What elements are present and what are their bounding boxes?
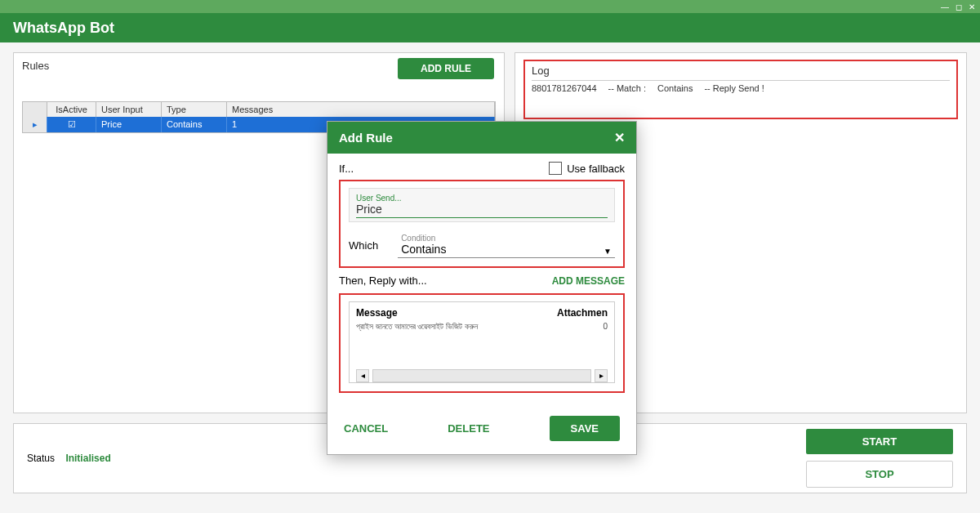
message-text: প্রাইস জানতে আমাদের ওয়েবসাইট ভিজিট করুন bbox=[356, 322, 478, 332]
log-number: 8801781267044 bbox=[532, 83, 597, 93]
add-message-button[interactable]: ADD MESSAGE bbox=[552, 275, 625, 287]
col-message: Message bbox=[356, 307, 398, 319]
save-button[interactable]: SAVE bbox=[550, 416, 620, 441]
app-header: WhatsApp Bot bbox=[0, 13, 980, 42]
use-fallback-checkbox[interactable]: Use fallback bbox=[549, 162, 625, 175]
fallback-label: Use fallback bbox=[567, 163, 625, 175]
then-highlight-box: Message Attachmen প্রাইস জানতে আমাদের ওয… bbox=[339, 293, 625, 393]
condition-select[interactable]: Condition Contains ▼ bbox=[398, 232, 615, 258]
log-cond: Contains bbox=[657, 83, 693, 93]
col-is-active: IsActive bbox=[47, 102, 96, 117]
app-title: WhatsApp Bot bbox=[13, 20, 114, 37]
user-send-input[interactable]: User Send... Price bbox=[349, 188, 615, 222]
user-send-label: User Send... bbox=[356, 194, 608, 203]
col-attachment: Attachmen bbox=[557, 307, 608, 319]
delete-button[interactable]: DELETE bbox=[448, 416, 489, 441]
modal-close-icon[interactable]: ✕ bbox=[614, 130, 625, 145]
log-highlight-box: Log 8801781267044 -- Match : Contains --… bbox=[523, 60, 958, 119]
add-rule-modal: Add Rule ✕ If... Use fallback User Send.… bbox=[327, 121, 637, 455]
horizontal-scrollbar[interactable]: ◂ ▸ bbox=[356, 369, 608, 382]
messages-table: Message Attachmen প্রাইস জানতে আমাদের ওয… bbox=[349, 301, 615, 383]
log-title: Log bbox=[532, 65, 950, 77]
col-user-input: User Input bbox=[96, 102, 162, 117]
rules-table-header: IsActive User Input Type Messages bbox=[23, 102, 495, 117]
status-label: Status bbox=[27, 453, 55, 464]
col-type: Type bbox=[162, 102, 227, 117]
close-icon[interactable]: ✕ bbox=[969, 2, 975, 11]
condition-value: Contains bbox=[401, 243, 446, 256]
if-highlight-box: User Send... Price Which Condition Conta… bbox=[339, 180, 625, 268]
add-rule-button[interactable]: ADD RULE bbox=[398, 58, 494, 79]
scroll-left-icon[interactable]: ◂ bbox=[356, 369, 369, 382]
if-label: If... bbox=[339, 163, 354, 175]
scroll-right-icon[interactable]: ▸ bbox=[595, 369, 608, 382]
maximize-icon[interactable]: ◻ bbox=[956, 2, 962, 11]
log-entry: 8801781267044 -- Match : Contains -- Rep… bbox=[532, 80, 950, 93]
user-send-value[interactable]: Price bbox=[356, 203, 608, 218]
cell-is-active[interactable]: ☑ bbox=[47, 117, 96, 132]
attachment-count: 0 bbox=[603, 322, 608, 332]
status-value: Initialised bbox=[65, 453, 110, 464]
log-result: -- Reply Send ! bbox=[704, 83, 764, 93]
chevron-down-icon[interactable]: ▼ bbox=[604, 247, 612, 256]
modal-title: Add Rule bbox=[339, 131, 393, 145]
message-row[interactable]: প্রাইস জানতে আমাদের ওয়েবসাইট ভিজিট করুন… bbox=[356, 322, 608, 366]
checkbox-icon[interactable] bbox=[549, 162, 562, 175]
cell-user-input: Price bbox=[96, 117, 162, 132]
minimize-icon[interactable]: — bbox=[941, 2, 949, 11]
cell-type: Contains bbox=[162, 117, 227, 132]
start-button[interactable]: START bbox=[806, 429, 953, 454]
condition-small-label: Condition bbox=[401, 234, 446, 243]
which-label: Which bbox=[349, 239, 378, 252]
scroll-track[interactable] bbox=[372, 369, 591, 382]
cancel-button[interactable]: CANCEL bbox=[344, 416, 388, 441]
col-messages: Messages bbox=[227, 102, 495, 117]
modal-header: Add Rule ✕ bbox=[327, 122, 636, 154]
row-marker-icon: ▸ bbox=[23, 117, 47, 132]
log-match: -- Match : bbox=[608, 83, 646, 93]
stop-button[interactable]: STOP bbox=[806, 461, 953, 488]
status: Status Initialised bbox=[27, 453, 111, 464]
window-titlebar: — ◻ ✕ bbox=[0, 0, 980, 13]
then-label: Then, Reply with... bbox=[339, 274, 427, 287]
